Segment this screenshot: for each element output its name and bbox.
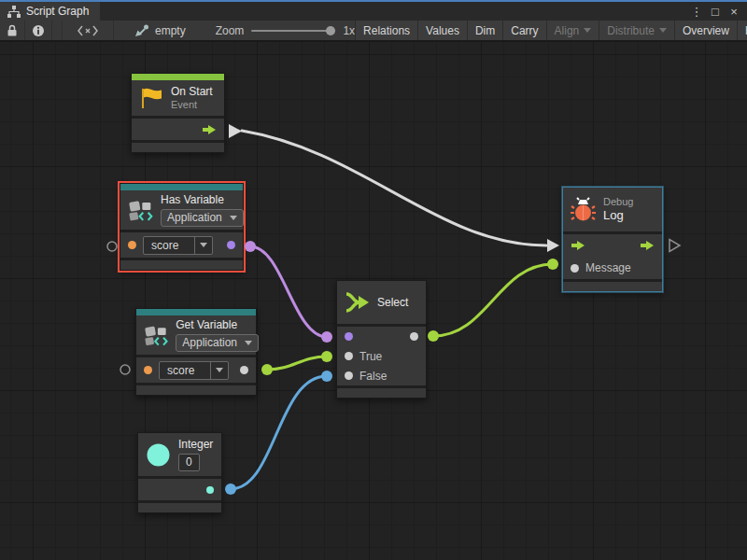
port-row [337, 327, 426, 346]
port-label: Message [585, 261, 631, 274]
node-footer [136, 383, 256, 395]
toolbar-buttons: Relations Values Dim Carry Align Distrib… [355, 21, 747, 40]
port-row: Message [563, 257, 662, 279]
message-input-port[interactable] [571, 264, 579, 273]
code-brackets-icon [78, 25, 98, 36]
window-controls: ⋮ □ × [689, 2, 747, 21]
dropdown-arrow-icon [584, 28, 591, 33]
port-row: score [120, 230, 243, 258]
name-input-port[interactable] [144, 366, 152, 374]
integer-value-input[interactable]: 0 [178, 454, 200, 471]
code-view-button[interactable] [62, 21, 114, 40]
info-button[interactable] [25, 21, 52, 40]
dropdown-arrow-icon [194, 237, 212, 254]
graph-breadcrumb[interactable]: empty [134, 24, 186, 37]
zoom-slider-handle[interactable] [326, 26, 335, 35]
bug-icon [571, 197, 596, 222]
select-merge-icon [345, 290, 370, 315]
lock-button[interactable] [0, 21, 25, 40]
node-footer [337, 385, 426, 398]
node-title: Select [377, 296, 408, 309]
node-header: Has Variable Application [120, 190, 243, 230]
node-select[interactable]: Select True False [336, 280, 427, 399]
window-maximize-button[interactable]: □ [708, 5, 723, 19]
node-debug-log[interactable]: Debug Log Message [562, 187, 663, 292]
node-header: On Start Event [132, 80, 224, 116]
port-row: score [136, 355, 256, 383]
align-dropdown-button[interactable]: Align [546, 21, 599, 40]
node-title: Has Variable [161, 193, 235, 207]
zoom-slider[interactable] [251, 30, 335, 32]
node-header: Select [337, 281, 426, 324]
dropdown-arrow-icon [230, 216, 237, 220]
dim-button[interactable]: Dim [467, 21, 502, 40]
variable-color-bar [136, 309, 256, 315]
value-output-port[interactable] [240, 366, 248, 374]
port-rows: True False [337, 324, 426, 385]
distribute-dropdown-button[interactable]: Distribute [599, 21, 674, 40]
port-row: False [337, 366, 426, 385]
node-title: Integer [178, 438, 213, 452]
info-icon [32, 24, 45, 37]
port-rows: Message [563, 231, 662, 279]
node-title: On Start [171, 85, 213, 99]
false-input-port[interactable] [345, 371, 353, 380]
node-title: Log [603, 208, 633, 223]
condition-input-port[interactable] [345, 332, 353, 341]
dropdown-arrow-icon [210, 362, 228, 379]
full-screen-button[interactable]: Full Screen [737, 21, 747, 40]
event-color-bar [132, 74, 224, 80]
node-header: Debug Log [563, 188, 662, 231]
carry-button[interactable]: Carry [502, 21, 545, 40]
zoom-value: 1x [343, 24, 355, 37]
variable-boxes-icon [144, 323, 168, 348]
zoom-label: Zoom [216, 24, 245, 37]
port-label: True [359, 350, 382, 363]
node-title: Get Variable [176, 318, 248, 332]
port-row [138, 476, 221, 500]
node-has-variable[interactable]: Has Variable Application score [120, 183, 244, 271]
variable-name-dropdown[interactable]: score [143, 236, 213, 255]
node-on-start[interactable]: On Start Event [131, 73, 225, 153]
script-graph-window: Script Graph ⋮ □ × [0, 0, 747, 560]
breadcrumb-label: empty [155, 24, 186, 37]
values-button[interactable]: Values [417, 21, 467, 40]
flow-input-port[interactable] [571, 240, 585, 251]
variable-name-dropdown[interactable]: score [159, 361, 229, 380]
flow-output-port[interactable] [202, 124, 217, 135]
node-get-variable[interactable]: Get Variable Application score [135, 308, 257, 396]
window-menu-button[interactable]: ⋮ [689, 5, 704, 19]
port-row [132, 116, 224, 140]
tab-title: Script Graph [26, 5, 89, 18]
node-header: Integer 0 [138, 433, 221, 476]
node-footer [138, 500, 221, 512]
node-subtitle: Event [171, 99, 213, 112]
dropdown-arrow-icon [245, 341, 252, 345]
true-input-port[interactable] [345, 352, 353, 360]
port-row [563, 234, 662, 257]
bool-output-port[interactable] [227, 241, 235, 249]
variable-scope-dropdown[interactable]: Application [161, 209, 244, 227]
node-category: Debug [603, 196, 633, 209]
name-input-port[interactable] [128, 241, 136, 249]
flag-icon [139, 86, 163, 110]
node-integer[interactable]: Integer 0 [137, 432, 222, 513]
tab-script-graph[interactable]: Script Graph [0, 2, 100, 21]
overview-button[interactable]: Overview [674, 21, 737, 40]
variable-color-bar [120, 184, 243, 190]
port-label: False [359, 370, 387, 383]
graph-hierarchy-icon [7, 6, 21, 18]
relations-button[interactable]: Relations [355, 21, 417, 40]
graph-pointer-icon [134, 24, 149, 37]
integer-output-port[interactable] [206, 486, 214, 494]
integer-circle-icon [146, 442, 171, 468]
node-footer [132, 140, 224, 152]
port-row: True [337, 346, 426, 366]
selection-output-port[interactable] [410, 332, 418, 341]
window-close-button[interactable]: × [726, 5, 741, 19]
tab-bar: Script Graph ⋮ □ × [0, 2, 747, 21]
node-header: Get Variable Application [136, 315, 256, 355]
flow-output-port[interactable] [640, 240, 655, 251]
graph-toolbar: empty Zoom 1x Relations Values Dim Carry… [0, 21, 747, 42]
variable-scope-dropdown[interactable]: Application [176, 334, 259, 352]
